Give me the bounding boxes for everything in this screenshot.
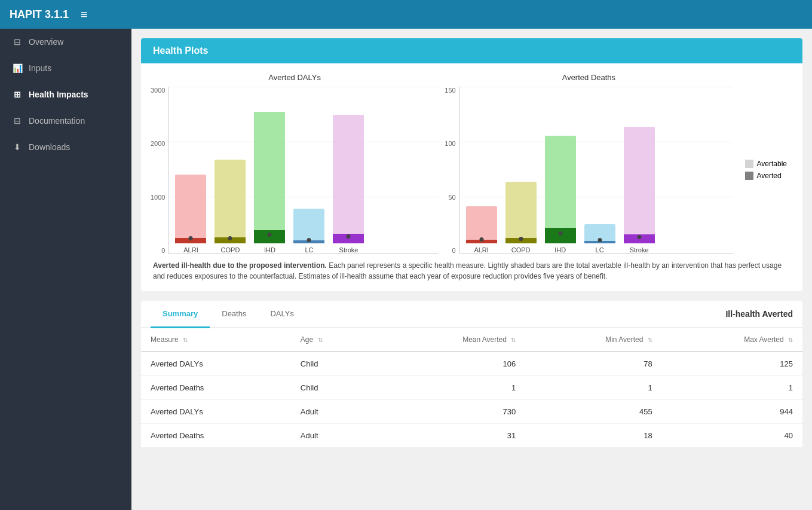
bar-avertable-alri-dalys — [175, 175, 206, 243]
table-header-row: Measure ⇅ Age ⇅ Mean Averted ⇅ Min Ave — [141, 328, 802, 352]
bar-label-ihd-dalys: IHD — [264, 246, 275, 254]
sidebar-item-label: Health Impacts — [29, 90, 88, 99]
deaths-title: Averted Deaths — [445, 73, 733, 82]
cell-mean: 31 — [376, 424, 525, 448]
dalys-chart-area: ALRI COPD — [168, 87, 439, 254]
sidebar-item-label: Downloads — [29, 142, 70, 152]
bar-label-ihd-deaths: IHD — [554, 246, 566, 254]
cell-measure: Averted DALYs — [141, 400, 291, 424]
bar-group-lc-deaths: LC — [584, 224, 615, 254]
legend-avertable-label: Avertable — [757, 160, 787, 168]
bar-averted-ihd-deaths — [545, 228, 576, 243]
legend-avertable: Avertable — [745, 160, 787, 168]
bar-label-lc-dalys: LC — [305, 246, 313, 254]
tabs-header: Summary Deaths DALYs Ill-health Averted — [141, 301, 802, 328]
dot-alri-dalys — [189, 236, 193, 240]
sort-icon-measure[interactable]: ⇅ — [183, 337, 188, 343]
cell-max: 40 — [662, 424, 802, 448]
dot-alri-deaths — [479, 237, 483, 242]
dot-lc-deaths — [597, 238, 602, 242]
main-content: Health Plots Averted DALYs 3000 2000 100… — [131, 29, 812, 510]
sort-icon-max[interactable]: ⇅ — [788, 337, 793, 343]
table-body: Averted DALYs Child 106 78 125 Averted D… — [141, 352, 802, 448]
tab-dalys[interactable]: DALYs — [258, 301, 306, 328]
card-title: Health Plots — [153, 45, 208, 56]
app-title: HAPIT 3.1.1 — [10, 8, 69, 21]
deaths-y-axis: 150 100 50 0 — [445, 87, 459, 254]
table-row: Averted Deaths Adult 31 18 40 — [141, 424, 802, 448]
bar-label-copd-dalys: COPD — [221, 246, 240, 254]
description-bold: Averted ill-health due to the proposed i… — [153, 261, 327, 270]
sort-icon-age[interactable]: ⇅ — [318, 337, 323, 343]
table-row: Averted DALYs Child 106 78 125 — [141, 352, 802, 376]
deaths-chart-area: ALRI COPD — [459, 87, 733, 254]
bar-group-stroke-dalys: Stroke — [333, 115, 364, 254]
cell-mean: 730 — [376, 400, 525, 424]
table-row: Averted Deaths Child 1 1 1 — [141, 376, 802, 400]
col-mean: Mean Averted ⇅ — [376, 328, 525, 352]
sidebar-item-downloads[interactable]: ⬇ Downloads — [0, 134, 131, 160]
cell-mean: 106 — [376, 352, 525, 376]
cell-measure: Averted DALYs — [141, 352, 291, 376]
chart-description: Averted ill-health due to the proposed i… — [151, 254, 793, 282]
col-max: Max Averted ⇅ — [662, 328, 802, 352]
col-min: Min Averted ⇅ — [525, 328, 661, 352]
sidebar: ⊟ Overview 📊 Inputs ⊞ Health Impacts ⊟ D… — [0, 29, 131, 510]
summary-table-card: Summary Deaths DALYs Ill-health Averted … — [141, 301, 802, 448]
sidebar-item-label: Overview — [29, 37, 63, 47]
bar-label-stroke-dalys: Stroke — [339, 246, 358, 254]
tab-deaths[interactable]: Deaths — [210, 301, 258, 328]
sidebar-item-health-impacts[interactable]: ⊞ Health Impacts — [0, 81, 131, 108]
dot-stroke-dalys — [347, 234, 351, 239]
bar-group-copd-deaths: COPD — [505, 182, 537, 254]
col-age: Age ⇅ — [291, 328, 376, 352]
sidebar-item-label: Inputs — [29, 63, 51, 73]
dot-copd-deaths — [519, 237, 523, 241]
legend-averted-label: Averted — [757, 172, 782, 180]
dot-stroke-deaths — [637, 235, 641, 239]
documentation-icon: ⊟ — [12, 116, 23, 126]
health-plots-card: Health Plots Averted DALYs 3000 2000 100… — [141, 38, 802, 291]
bar-group-ihd-dalys: IHD — [254, 112, 285, 254]
bar-avertable-copd-dalys — [215, 160, 246, 243]
bar-avertable-ihd-dalys — [254, 112, 285, 243]
cell-max: 944 — [662, 400, 802, 424]
card-body: Averted DALYs 3000 2000 1000 0 — [141, 63, 802, 291]
table-row: Averted DALYs Adult 730 455 944 — [141, 400, 802, 424]
bar-label-alri-dalys: ALRI — [183, 246, 198, 254]
card-header: Health Plots — [141, 38, 802, 63]
menu-icon[interactable]: ≡ — [81, 8, 88, 22]
bar-group-copd-dalys: COPD — [215, 160, 246, 254]
dalys-title: Averted DALYs — [151, 73, 439, 82]
sort-icon-min[interactable]: ⇅ — [648, 337, 652, 343]
cell-min: 455 — [525, 400, 661, 424]
sort-icon-mean[interactable]: ⇅ — [511, 337, 516, 343]
cell-mean: 1 — [376, 376, 525, 400]
bar-avertable-ihd-deaths — [545, 136, 576, 243]
sidebar-item-overview[interactable]: ⊟ Overview — [0, 29, 131, 55]
inputs-icon: 📊 — [12, 63, 23, 73]
deaths-chart: Averted Deaths 150 100 50 0 — [445, 73, 733, 254]
cell-min: 1 — [525, 376, 661, 400]
bar-group-alri-dalys: ALRI — [175, 175, 206, 254]
dot-ihd-deaths — [558, 231, 562, 236]
cell-age: Adult — [291, 424, 376, 448]
cell-measure: Averted Deaths — [141, 424, 291, 448]
legend-avertable-color — [745, 160, 753, 168]
cell-min: 18 — [525, 424, 661, 448]
health-impacts-icon: ⊞ — [12, 90, 23, 99]
sidebar-item-documentation[interactable]: ⊟ Documentation — [0, 108, 131, 134]
dot-lc-dalys — [307, 238, 311, 242]
bar-avertable-stroke-deaths — [624, 127, 655, 243]
sidebar-item-inputs[interactable]: 📊 Inputs — [0, 55, 131, 81]
bar-group-stroke-deaths: Stroke — [624, 127, 655, 254]
charts-row: Averted DALYs 3000 2000 1000 0 — [151, 73, 793, 254]
cell-measure: Averted Deaths — [141, 376, 291, 400]
tab-summary[interactable]: Summary — [151, 301, 210, 328]
cell-max: 125 — [662, 352, 802, 376]
legend-averted: Averted — [745, 172, 787, 180]
topbar: HAPIT 3.1.1 ≡ — [0, 0, 812, 29]
legend-averted-color — [745, 172, 753, 180]
bar-avertable-copd-deaths — [505, 182, 537, 243]
ill-health-label: Ill-health Averted — [725, 301, 793, 327]
